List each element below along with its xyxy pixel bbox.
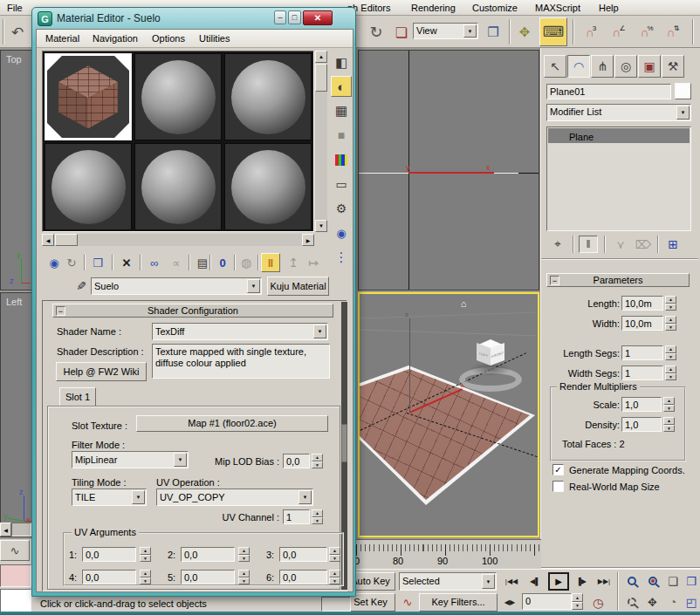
play-button[interactable]: ▶ — [548, 572, 569, 591]
configure-modifier-sets-button[interactable]: ⊞ — [663, 236, 683, 253]
material-map-navigator-button[interactable]: ⋮ — [331, 247, 352, 268]
make-unique-button[interactable]: ∝ — [167, 253, 186, 272]
go-to-start-button[interactable]: |◀◀ — [501, 572, 522, 591]
macro-recorder-pane[interactable] — [0, 564, 31, 587]
me-menu-navigation[interactable]: Navigation — [87, 31, 143, 46]
sample-type-button[interactable]: ◧ — [331, 52, 352, 73]
trackbar-scroll-left-button[interactable]: ◀ — [0, 523, 11, 536]
previous-frame-button[interactable]: ◀▌ — [525, 572, 545, 591]
menu-help[interactable]: Help — [594, 0, 624, 16]
viewcube-home-icon[interactable]: ⌂ — [457, 297, 470, 310]
remove-modifier-button[interactable]: ⌦ — [634, 236, 653, 253]
reference-coordinate-system-dropdown[interactable]: View▼ — [413, 23, 478, 39]
uv-arg-spinner[interactable]: ▲▼ — [329, 547, 340, 562]
snaps-toggle-button[interactable]: ∩3 — [578, 19, 604, 45]
mip-lod-bias-field[interactable]: 0,0 — [283, 454, 310, 468]
percent-snap-button[interactable]: ∩% — [634, 19, 660, 45]
spin-down-icon[interactable]: ▼ — [140, 577, 151, 585]
chevron-down-icon[interactable]: ▼ — [676, 106, 690, 120]
width-segs-field[interactable]: 1 — [621, 366, 663, 380]
spin-down-icon[interactable]: ▼ — [312, 461, 323, 469]
frame-spinner[interactable]: ▲▼ — [572, 593, 583, 610]
viewport-top[interactable]: Top y z — [0, 50, 32, 290]
spin-up-icon[interactable]: ▲ — [663, 417, 675, 425]
shader-name-dropdown[interactable]: TexDiff▼ — [152, 323, 328, 340]
viewport-top-label[interactable]: Top — [6, 54, 22, 65]
chevron-down-icon[interactable]: ▼ — [482, 574, 495, 589]
select-rotate-button[interactable]: ↻ — [365, 21, 388, 44]
default-tangents-button[interactable]: ∿ — [399, 593, 416, 612]
spin-down-icon[interactable]: ▼ — [329, 577, 340, 585]
material-name-dropdown[interactable]: Suelo▼ — [91, 277, 262, 295]
pick-material-eyedropper[interactable]: ✎ — [73, 277, 89, 295]
zoom-extents-all-button[interactable]: ❒ — [683, 571, 700, 591]
pin-stack-button[interactable]: ⌖ — [548, 236, 567, 253]
length-segs-spinner[interactable]: ▲▼ — [665, 345, 676, 360]
uv-arg-field[interactable]: 0,0 — [181, 547, 235, 562]
put-material-to-scene-button[interactable]: ↻ — [62, 253, 81, 272]
keyboard-shortcut-override-toggle[interactable]: ⌨ — [539, 17, 567, 46]
go-to-end-button[interactable]: ▶▶| — [594, 572, 614, 591]
chevron-down-icon[interactable]: ▼ — [313, 325, 326, 338]
uv-arg-field[interactable]: 0,0 — [279, 570, 327, 584]
select-manipulate-button[interactable]: ✥ — [514, 21, 535, 44]
menu-customize[interactable]: Customize — [467, 0, 523, 16]
length-segs-field[interactable]: 1 — [621, 345, 663, 360]
density-spinner[interactable]: ▲▼ — [663, 417, 675, 432]
filter-mode-dropdown[interactable]: MipLinear▼ — [72, 451, 189, 468]
spin-up-icon[interactable]: ▲ — [572, 593, 583, 602]
scroll-left-button[interactable]: ◀ — [42, 234, 54, 246]
spin-down-icon[interactable]: ▼ — [238, 555, 250, 563]
spin-down-icon[interactable]: ▼ — [663, 405, 675, 413]
length-field[interactable]: 10,0m — [621, 296, 663, 311]
zoom-button[interactable] — [621, 571, 642, 591]
maximize-button[interactable]: □ — [288, 10, 301, 24]
sample-slot[interactable] — [224, 143, 312, 230]
reset-map-button[interactable]: ✕ — [117, 253, 136, 272]
scroll-thumb[interactable] — [315, 64, 327, 92]
current-frame-field[interactable]: 0 — [522, 593, 572, 610]
spin-down-icon[interactable]: ▼ — [140, 555, 151, 563]
spin-down-icon[interactable]: ▼ — [665, 324, 676, 331]
spin-down-icon[interactable]: ▼ — [329, 555, 340, 563]
select-by-material-button[interactable]: ◉ — [331, 222, 352, 243]
uv-channel-field[interactable]: 1 — [283, 509, 310, 524]
object-name-field[interactable]: Plane01 — [546, 84, 671, 99]
uv-arg-field[interactable]: 0,0 — [279, 547, 327, 562]
spin-down-icon[interactable]: ▼ — [665, 304, 676, 311]
generate-mapping-checkbox[interactable]: ✓ — [552, 464, 564, 475]
modifier-stack-selected-row[interactable]: Plane — [548, 128, 690, 143]
tab-create[interactable]: ↖ — [544, 55, 566, 78]
spinner-snap-button[interactable]: ∩⇅ — [660, 19, 686, 45]
undo-icon[interactable]: ↶ — [7, 21, 28, 44]
scroll-down-button[interactable]: ▼ — [315, 220, 327, 232]
uv-operation-dropdown[interactable]: UV_OP_COPY▼ — [156, 489, 313, 506]
close-button[interactable]: ✕ — [303, 10, 333, 25]
spin-up-icon[interactable]: ▲ — [663, 397, 675, 405]
next-frame-button[interactable]: ▐▶ — [572, 572, 591, 591]
sample-slot[interactable] — [45, 143, 132, 230]
sample-hscrollbar[interactable]: ◀ ▶ — [42, 234, 314, 246]
scroll-thumb[interactable] — [55, 234, 78, 246]
tab-motion[interactable]: ◎ — [614, 55, 637, 78]
make-material-copy-button[interactable]: ∞ — [145, 253, 164, 272]
show-map-in-viewport-button[interactable]: ◍ — [237, 253, 256, 272]
selection-set-dropdown[interactable]: Selected▼ — [399, 572, 497, 591]
sample-vscrollbar[interactable]: ▲ ▼ — [315, 51, 327, 232]
tab-display[interactable]: ▣ — [638, 55, 661, 78]
spin-down-icon[interactable]: ▼ — [312, 517, 323, 525]
spin-up-icon[interactable]: ▲ — [665, 296, 676, 304]
spin-down-icon[interactable]: ▼ — [665, 373, 676, 381]
zoom-region-button[interactable] — [621, 592, 642, 612]
sample-slot[interactable] — [134, 143, 222, 230]
me-menu-utilities[interactable]: Utilities — [194, 31, 235, 46]
menu-file[interactable]: File — [2, 0, 28, 16]
backlight-button[interactable]: ◐ — [331, 76, 352, 97]
material-type-button[interactable]: Kuju Material — [267, 277, 329, 296]
menu-maxscript[interactable]: MAXScript — [530, 0, 586, 16]
rollout-scrollbar-handle[interactable] — [341, 424, 347, 462]
show-end-result-stack-button[interactable]: ‖ — [579, 236, 598, 253]
scale-field[interactable]: 1,0 — [621, 397, 662, 412]
maxscript-mini-listener[interactable] — [0, 589, 31, 612]
spin-up-icon[interactable]: ▲ — [140, 570, 151, 577]
